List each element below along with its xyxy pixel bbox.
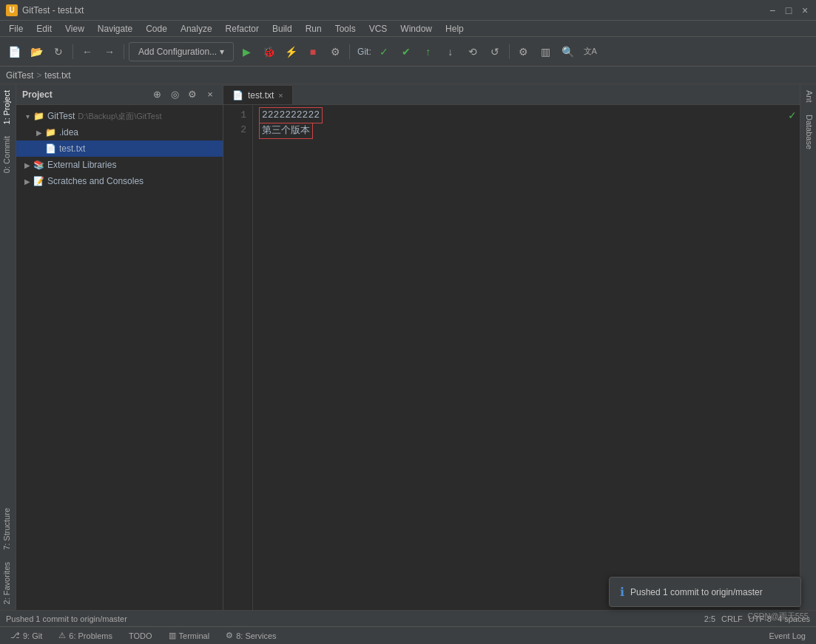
sidebar-item-commit[interactable]: 0: Commit bbox=[0, 130, 16, 179]
tree-label-test-txt: test.txt bbox=[59, 143, 85, 154]
tree-item-root[interactable]: ▾ 📁 GitTest D:\Backup\桌面\GitTest bbox=[16, 108, 223, 124]
git-push-icon[interactable]: ↑ bbox=[419, 42, 438, 61]
git-checkmark-icon[interactable]: ✓ bbox=[374, 42, 394, 61]
editor-content[interactable]: 1 2 2222222222 第三个版本 ✓ bbox=[223, 105, 800, 610]
title-bar-left: U GitTest - test.txt bbox=[6, 4, 84, 16]
tab-test-txt[interactable]: 📄 test.txt × bbox=[223, 85, 293, 104]
menu-item-refactor[interactable]: Refactor bbox=[220, 22, 265, 35]
sidebar-item-structure[interactable]: 7: Structure bbox=[0, 502, 16, 556]
menu-item-build[interactable]: Build bbox=[266, 22, 298, 35]
toolbar-sep-4 bbox=[509, 44, 510, 59]
problems-tab-icon: ⚠ bbox=[58, 631, 66, 640]
lib-icon-ext: 📚 bbox=[33, 159, 44, 171]
add-config-label: Add Configuration... bbox=[138, 47, 217, 57]
menu-item-tools[interactable]: Tools bbox=[329, 22, 362, 35]
git-controls: Git: ✓ ✔ ↑ ↓ ⟲ ↺ bbox=[357, 42, 505, 61]
debug-icon[interactable]: 🐞 bbox=[259, 42, 278, 61]
tree-label-ext: External Libraries bbox=[47, 160, 116, 170]
menu-item-run[interactable]: Run bbox=[300, 22, 328, 35]
menu-item-help[interactable]: Help bbox=[439, 22, 470, 35]
build-icon[interactable]: ⚙ bbox=[326, 42, 345, 61]
status-cursor[interactable]: 2:5 bbox=[704, 614, 715, 623]
git-commit-icon[interactable]: ✔ bbox=[397, 42, 416, 61]
project-tree: ▾ 📁 GitTest D:\Backup\桌面\GitTest ▶ 📁 .id… bbox=[16, 105, 223, 610]
search-everywhere-icon[interactable]: 🔍 bbox=[559, 42, 578, 61]
left-vtabs: 1: Project 0: Commit 7: Structure 2: Fav… bbox=[0, 84, 16, 610]
breadcrumb-bar: GitTest > test.txt bbox=[0, 67, 816, 84]
tab-close-button[interactable]: × bbox=[278, 91, 283, 100]
menu-item-code[interactable]: Code bbox=[140, 22, 173, 35]
forward-icon[interactable]: → bbox=[100, 42, 119, 61]
menu-item-file[interactable]: File bbox=[3, 22, 29, 35]
problems-tab-label: 6: Problems bbox=[69, 631, 112, 640]
git-tab-label: 9: Git bbox=[23, 631, 42, 640]
add-content-root-icon[interactable]: ⊕ bbox=[150, 88, 163, 101]
push-status-text: Pushed 1 commit to origin/master bbox=[6, 614, 127, 623]
toolbar-sep-2 bbox=[124, 44, 124, 59]
services-tab-label: 8: Services bbox=[236, 631, 276, 640]
bottom-tab-event-log[interactable]: Event Log bbox=[761, 628, 813, 644]
tree-arrow-root: ▾ bbox=[22, 111, 33, 121]
toolbar-sep-3 bbox=[349, 44, 350, 59]
title-bar-controls: − □ × bbox=[767, 5, 810, 16]
project-panel: Project ⊕ ◎ ⚙ × ▾ 📁 GitTest D:\Backup\桌面… bbox=[16, 84, 223, 610]
app-icon: U bbox=[6, 4, 18, 16]
refresh-icon[interactable]: ↻ bbox=[49, 42, 68, 61]
stop-icon[interactable]: ■ bbox=[303, 42, 323, 61]
terminal-tab-label: Terminal bbox=[179, 631, 210, 640]
open-icon[interactable]: 📂 bbox=[27, 42, 46, 61]
menu-item-analyze[interactable]: Analyze bbox=[175, 22, 218, 35]
status-push-msg[interactable]: Pushed 1 commit to origin/master bbox=[6, 614, 127, 623]
breadcrumb-file[interactable]: test.txt bbox=[44, 70, 70, 81]
project-panel-header: Project ⊕ ◎ ⚙ × bbox=[16, 84, 223, 105]
menu-item-vcs[interactable]: VCS bbox=[363, 22, 394, 35]
minimize-button[interactable]: − bbox=[767, 5, 778, 16]
bottom-tab-terminal[interactable]: ▥ Terminal bbox=[161, 628, 218, 644]
sidebar-item-database[interactable]: Database bbox=[800, 109, 816, 155]
tree-label-scratch: Scratches and Consoles bbox=[47, 176, 144, 186]
status-line-sep[interactable]: CRLF bbox=[721, 614, 743, 623]
services-tab-icon: ⚙ bbox=[226, 631, 233, 640]
bottom-tab-git[interactable]: ⎇ 9: Git bbox=[3, 628, 50, 644]
run-icon[interactable]: ▶ bbox=[237, 42, 256, 61]
panel-close-icon[interactable]: × bbox=[203, 88, 217, 101]
back-icon[interactable]: ← bbox=[78, 42, 97, 61]
maximize-button[interactable]: □ bbox=[783, 5, 794, 16]
close-button[interactable]: × bbox=[800, 5, 810, 16]
sidebar-item-ant[interactable]: Ant bbox=[800, 84, 816, 109]
terminal-icon[interactable]: ▥ bbox=[536, 42, 556, 61]
line-number-1: 1 bbox=[223, 108, 246, 123]
translate-icon[interactable]: 文A bbox=[581, 42, 600, 61]
bottom-tab-problems[interactable]: ⚠ 6: Problems bbox=[51, 628, 120, 644]
git-label: Git: bbox=[357, 47, 371, 57]
tree-item-test-txt[interactable]: ▶ 📄 test.txt bbox=[16, 140, 223, 157]
sidebar-item-favorites[interactable]: 2: Favorites bbox=[0, 556, 16, 610]
menu-item-navigate[interactable]: Navigate bbox=[92, 22, 138, 35]
panel-settings-icon[interactable]: ⚙ bbox=[186, 88, 199, 101]
bottom-tab-todo[interactable]: TODO bbox=[121, 628, 160, 644]
settings-icon[interactable]: ⚙ bbox=[514, 42, 533, 61]
tree-label-root: GitTest bbox=[47, 111, 75, 121]
code-area[interactable]: 2222222222 第三个版本 bbox=[253, 105, 785, 610]
menu-item-edit[interactable]: Edit bbox=[30, 22, 58, 35]
tree-path-root: D:\Backup\桌面\GitTest bbox=[78, 111, 161, 122]
git-fetch-icon[interactable]: ↓ bbox=[441, 42, 460, 61]
bottom-tabs: ⎇ 9: Git ⚠ 6: Problems TODO ▥ Terminal ⚙… bbox=[0, 626, 816, 644]
git-history-icon[interactable]: ↺ bbox=[485, 42, 505, 61]
add-configuration-button[interactable]: Add Configuration... ▾ bbox=[129, 42, 234, 61]
locate-file-icon[interactable]: ◎ bbox=[168, 88, 181, 101]
git-revert-icon[interactable]: ⟲ bbox=[463, 42, 482, 61]
tree-item-external-libs[interactable]: ▶ 📚 External Libraries bbox=[16, 157, 223, 173]
tree-item-scratches[interactable]: ▶ 📝 Scratches and Consoles bbox=[16, 173, 223, 189]
new-file-icon[interactable]: 📄 bbox=[4, 42, 24, 61]
terminal-tab-icon: ▥ bbox=[169, 631, 176, 640]
tree-arrow-scratch: ▶ bbox=[22, 176, 33, 186]
breadcrumb-project[interactable]: GitTest bbox=[6, 70, 33, 81]
run-with-coverage-icon[interactable]: ⚡ bbox=[281, 42, 300, 61]
sidebar-item-project[interactable]: 1: Project bbox=[0, 84, 16, 130]
info-icon: ℹ bbox=[620, 585, 624, 599]
bottom-tab-services[interactable]: ⚙ 8: Services bbox=[218, 628, 283, 644]
menu-item-window[interactable]: Window bbox=[394, 22, 438, 35]
tree-item-idea[interactable]: ▶ 📁 .idea bbox=[16, 124, 223, 140]
menu-item-view[interactable]: View bbox=[59, 22, 90, 35]
